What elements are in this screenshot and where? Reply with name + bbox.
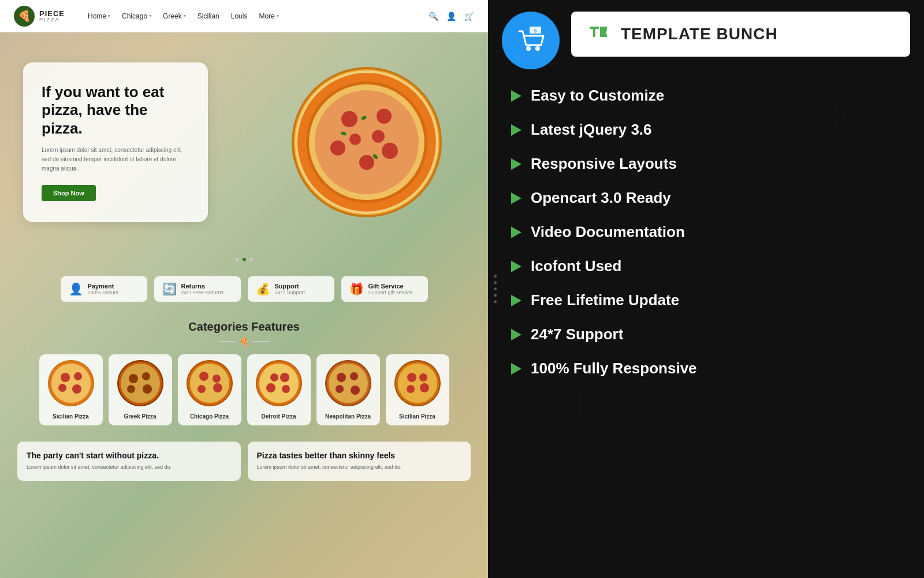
divider-icon: 🍕 <box>239 337 249 346</box>
website-preview: 🍕 PIECE PIZZA Home ▾ Chicago ▾ Greek ▾ S… <box>0 0 488 578</box>
svg-point-41 <box>280 373 289 382</box>
pizza-grid: Sicilian Pizza Greek Pizza <box>17 354 471 425</box>
badge-support-sub: 24*7 Support <box>275 290 305 295</box>
pizza-card-2[interactable]: Greek Pizza <box>109 354 172 425</box>
feature-item-4: Opencart 3.0 Ready <box>511 189 901 207</box>
gift-icon: 🎁 <box>349 282 364 296</box>
right-panel: $ TEMPLATE BUNCH Easy to Cu <box>488 0 924 578</box>
slide-dots <box>0 252 488 267</box>
nav-icons: 🔍 👤 🛒 <box>429 12 474 21</box>
bottom-card-1-title: The party can't start without pizza. <box>27 451 232 460</box>
svg-point-10 <box>349 134 361 145</box>
badge-support: 💰 Support 24*7 Support <box>248 276 334 302</box>
feature-badges: 👤 Payment 100% Secure 🔄 Returns 24*7 Fre… <box>0 267 488 311</box>
nav-chicago[interactable]: Chicago ▾ <box>122 12 151 20</box>
svg-point-28 <box>127 385 135 393</box>
feature-arrow-5 <box>511 227 521 238</box>
svg-point-29 <box>143 384 152 394</box>
bottom-card-2-title: Pizza tastes better than skinny feels <box>257 451 462 460</box>
bottom-card-2: Pizza tastes better than skinny feels Lo… <box>248 442 471 481</box>
section-title: Categories Features <box>17 320 471 334</box>
feature-item-8: 24*7 Support <box>511 325 901 343</box>
dot-1[interactable] <box>236 258 239 261</box>
divider-line-right <box>252 341 270 342</box>
svg-point-4 <box>315 90 419 194</box>
pizza-card-6[interactable]: Sicilian Pizza <box>386 354 449 425</box>
svg-point-7 <box>330 140 345 155</box>
feature-item-5: Video Documentation <box>511 223 901 241</box>
svg-rect-78 <box>602 35 607 37</box>
feature-arrow-2 <box>511 124 521 136</box>
badge-gift-title: Gift Service <box>368 283 413 290</box>
svg-point-5 <box>341 111 357 127</box>
dot-2[interactable] <box>243 258 246 261</box>
feature-text-9: 100% Fully Responsive <box>531 360 697 377</box>
svg-point-72 <box>585 20 614 49</box>
svg-point-26 <box>129 374 138 383</box>
logo-sub: PIZZA <box>39 17 65 23</box>
svg-point-43 <box>282 385 290 393</box>
badge-gift-sub: Support gift service <box>368 290 413 295</box>
hero-pizza-image <box>292 67 442 217</box>
nav-more[interactable]: More ▾ <box>259 12 278 20</box>
svg-point-6 <box>377 109 392 124</box>
feature-arrow-3 <box>511 158 521 170</box>
payment-icon: 👤 <box>69 282 83 296</box>
svg-point-25 <box>121 364 160 403</box>
logo-main: PIECE <box>39 10 65 17</box>
svg-point-33 <box>199 372 208 381</box>
badge-gift: 🎁 Gift Service Support gift service <box>341 276 428 302</box>
feature-text-1: Easy to Customize <box>531 87 664 105</box>
logo-area: 🍕 PIECE PIZZA <box>14 6 65 27</box>
cart-icon[interactable]: 🛒 <box>464 12 474 21</box>
feature-text-6: Icofont Used <box>531 257 621 275</box>
cart-badge-circle: $ <box>502 12 560 69</box>
svg-point-21 <box>58 384 66 392</box>
nav-greek[interactable]: Greek ▾ <box>163 12 186 20</box>
pizza-card-4[interactable]: Detroit Pizza <box>247 354 311 425</box>
divider-line-left <box>218 341 236 342</box>
pizza-card-1[interactable]: Sicilian Pizza <box>39 354 103 425</box>
feature-item-2: Latest jQuery 3.6 <box>511 121 901 139</box>
hero-section: If you want to eat pizza, have the pizza… <box>0 32 488 252</box>
svg-point-49 <box>336 385 344 393</box>
svg-point-32 <box>190 364 229 403</box>
nav-home[interactable]: Home ▾ <box>88 12 110 20</box>
feature-item-9: 100% Fully Responsive <box>511 360 901 377</box>
nav-sicilian[interactable]: Sicilian <box>198 12 219 20</box>
dot-3[interactable] <box>249 258 253 261</box>
bottom-card-1-text: Lorem ipsum dolor sit amet, consectetur … <box>27 464 232 472</box>
feature-text-5: Video Documentation <box>531 223 685 241</box>
hero-card: If you want to eat pizza, have the pizza… <box>23 62 208 222</box>
svg-point-39 <box>259 364 299 403</box>
feature-arrow-9 <box>511 363 521 375</box>
pizza-name-2: Greek Pizza <box>114 413 166 420</box>
feature-text-8: 24*7 Support <box>531 325 623 343</box>
svg-point-69 <box>535 46 540 51</box>
section-divider: 🍕 <box>17 337 471 346</box>
feature-arrow-4 <box>511 192 521 204</box>
pizza-card-3[interactable]: Chicago Pizza <box>178 354 241 425</box>
svg-rect-75 <box>600 27 602 37</box>
feature-text-7: Free Lifetime Update <box>531 291 679 309</box>
badge-returns-sub: 24*7 Free Returns <box>181 290 224 295</box>
pizza-card-5[interactable]: Neapolitan Pizza <box>316 354 380 425</box>
support-icon: 💰 <box>256 282 270 296</box>
cart-badge-icon: $ <box>515 24 547 57</box>
feature-arrow-7 <box>511 295 521 306</box>
logo-icon: 🍕 <box>14 6 35 27</box>
feature-arrow-8 <box>511 329 521 340</box>
feature-text-2: Latest jQuery 3.6 <box>531 121 652 139</box>
user-icon[interactable]: 👤 <box>446 12 456 21</box>
svg-point-35 <box>198 385 206 393</box>
returns-icon: 🔄 <box>162 282 177 296</box>
svg-rect-74 <box>593 27 595 37</box>
bottom-cards: The party can't start without pizza. Lor… <box>0 435 488 488</box>
svg-point-40 <box>270 373 278 381</box>
badge-payment-sub: 100% Secure <box>88 290 119 295</box>
search-icon[interactable]: 🔍 <box>429 12 438 21</box>
logo-text: PIECE PIZZA <box>39 10 65 23</box>
svg-rect-77 <box>602 31 606 33</box>
nav-louis[interactable]: Louis <box>231 12 248 20</box>
shop-now-button[interactable]: Shop Now <box>42 185 96 201</box>
